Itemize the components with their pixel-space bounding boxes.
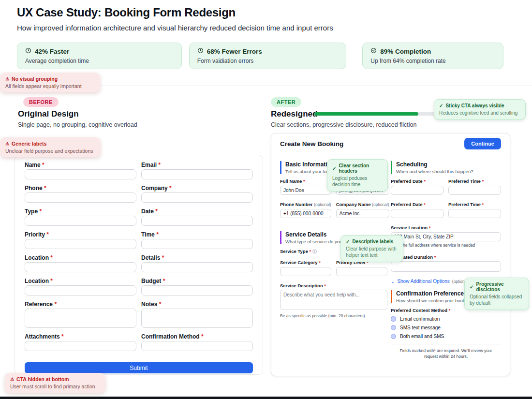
radio-button[interactable] bbox=[391, 316, 396, 322]
required-mark: * bbox=[429, 225, 431, 230]
location-input-2[interactable] bbox=[25, 285, 136, 296]
field-label: Preferred Time bbox=[448, 178, 481, 184]
clock-icon bbox=[197, 47, 204, 55]
check-icon: ✓ bbox=[332, 166, 336, 171]
field-label: Type bbox=[25, 208, 38, 215]
required-mark: * bbox=[169, 185, 172, 192]
preferred-time-input-1[interactable] bbox=[448, 186, 501, 195]
field-service-description: Service Description * Be as specific as … bbox=[280, 283, 387, 318]
section-subtitle: When and where should this happen? bbox=[396, 169, 501, 174]
required-mark: * bbox=[46, 231, 49, 238]
required-mark: * bbox=[424, 202, 426, 207]
radio-button[interactable] bbox=[391, 334, 396, 339]
submit-button[interactable]: Submit bbox=[25, 362, 253, 373]
before-field-confirmation-method: Confirmation Method * bbox=[141, 333, 253, 351]
radio-button[interactable] bbox=[391, 325, 396, 330]
phone-input[interactable] bbox=[25, 192, 136, 203]
required-mark: * bbox=[424, 178, 426, 184]
radio-option-email[interactable]: Email confirmation bbox=[391, 316, 501, 322]
field-label: Preferred Content Method bbox=[391, 308, 447, 313]
page-subtitle: How improved information architecture an… bbox=[17, 24, 333, 32]
required-mark: * bbox=[50, 254, 53, 261]
preferred-time-input-2[interactable] bbox=[448, 209, 501, 218]
full-name-input[interactable] bbox=[280, 186, 331, 195]
attachments-input[interactable] bbox=[25, 341, 136, 351]
info-icon[interactable]: ⓘ bbox=[312, 249, 317, 254]
field-label: Phone Number bbox=[280, 202, 313, 207]
issue-title: No visual grouping bbox=[12, 76, 58, 82]
progress-fill bbox=[314, 112, 418, 116]
phone-number-input[interactable] bbox=[280, 209, 331, 218]
priority-input[interactable] bbox=[25, 239, 136, 249]
field-service-category: Service Category * bbox=[280, 260, 331, 276]
issue-desc: All fields appear equally important bbox=[5, 83, 95, 89]
time-input[interactable] bbox=[141, 239, 253, 249]
field-preferred-date-1: Preferred Date * bbox=[391, 178, 443, 195]
reference-input[interactable] bbox=[25, 309, 136, 328]
field-label: Location bbox=[25, 254, 49, 261]
stat-desc: Up from 64% completion rate bbox=[370, 58, 495, 64]
required-mark: * bbox=[162, 254, 164, 261]
field-label: Phone bbox=[25, 185, 43, 192]
field-preferred-date-2: Preferred Date * bbox=[391, 202, 443, 218]
field-service-location: Service Location * Enter the full addres… bbox=[391, 225, 501, 248]
warning-icon: ⚠ bbox=[5, 76, 9, 81]
confirmation-method-input[interactable] bbox=[141, 341, 253, 351]
field-label: Full Name bbox=[280, 178, 302, 184]
clock-icon bbox=[25, 47, 31, 55]
section-scheduling: Scheduling When and where should this ha… bbox=[391, 161, 501, 174]
issue-title: Generic labets bbox=[12, 141, 46, 147]
radio-option-sms[interactable]: SMS text message bbox=[391, 325, 501, 330]
budget-input[interactable] bbox=[141, 285, 253, 296]
name-input[interactable] bbox=[25, 169, 136, 179]
field-label: Time bbox=[141, 231, 155, 238]
win-title: Sticky CTA always visible bbox=[445, 103, 504, 108]
email-input[interactable] bbox=[141, 169, 253, 179]
service-description-textarea[interactable] bbox=[280, 290, 387, 310]
description-helper: Be as specific as possible (min. 20 char… bbox=[280, 313, 387, 318]
field-phone-number: Phone Number (optional) bbox=[280, 202, 331, 218]
field-label: Preferred Time bbox=[448, 202, 481, 207]
required-mark: * bbox=[61, 333, 64, 340]
company-name-input[interactable] bbox=[336, 209, 389, 218]
radio-label: Both email and SMS bbox=[400, 334, 444, 339]
field-label: Confirmation Method bbox=[141, 333, 200, 340]
before-form-card: Name * Email * Phone * Company * Type * … bbox=[15, 155, 263, 375]
field-label: Service Category bbox=[280, 260, 318, 265]
type-input[interactable] bbox=[25, 216, 136, 226]
notes-input[interactable] bbox=[141, 309, 253, 328]
before-field-type: Type * bbox=[25, 208, 136, 226]
field-label: Details bbox=[141, 254, 160, 261]
location-input[interactable] bbox=[25, 262, 136, 272]
date-input[interactable] bbox=[141, 216, 253, 226]
required-mark: * bbox=[156, 231, 159, 238]
priority-level-input[interactable] bbox=[336, 267, 387, 276]
company-input[interactable] bbox=[141, 192, 253, 203]
details-input[interactable] bbox=[141, 262, 253, 272]
win-desc: Clear field purpose with helper text tex… bbox=[346, 246, 398, 258]
page-header: UX Case Study: Booking Form Redesign How… bbox=[17, 6, 333, 32]
issue-callout-cta: ⚠CTA hidden at bottom User must scroll t… bbox=[5, 373, 105, 393]
preferred-date-input-1[interactable] bbox=[391, 186, 443, 195]
required-fields-note: Fields marked with* are required. We'll … bbox=[398, 348, 495, 360]
field-label: Email bbox=[141, 162, 157, 168]
before-field-budget: Budget * bbox=[141, 278, 253, 296]
required-mark: * bbox=[324, 283, 326, 288]
field-label: Notes bbox=[141, 301, 157, 308]
preferred-date-input-2[interactable] bbox=[391, 209, 443, 218]
field-priority-level: Priority Level * bbox=[336, 260, 387, 276]
required-mark: * bbox=[449, 308, 451, 313]
required-mark: * bbox=[163, 278, 165, 284]
continue-button[interactable]: Continue bbox=[464, 138, 501, 149]
check-circle-icon bbox=[370, 47, 377, 55]
warning-icon: ⚠ bbox=[5, 141, 9, 146]
stat-value: 42% Faster bbox=[35, 48, 69, 55]
after-badge: AFTER bbox=[271, 97, 301, 107]
issue-callout-labels: ⚠Generic labets Unclear field purpose an… bbox=[0, 137, 101, 157]
service-category-input[interactable] bbox=[280, 267, 331, 276]
stat-desc: Form vaidiation errors bbox=[197, 58, 339, 64]
estimated-duration-input[interactable] bbox=[391, 261, 501, 272]
required-mark: * bbox=[482, 178, 484, 184]
service-location-input[interactable] bbox=[391, 232, 501, 241]
radio-option-both[interactable]: Both email and SMS bbox=[391, 334, 501, 339]
